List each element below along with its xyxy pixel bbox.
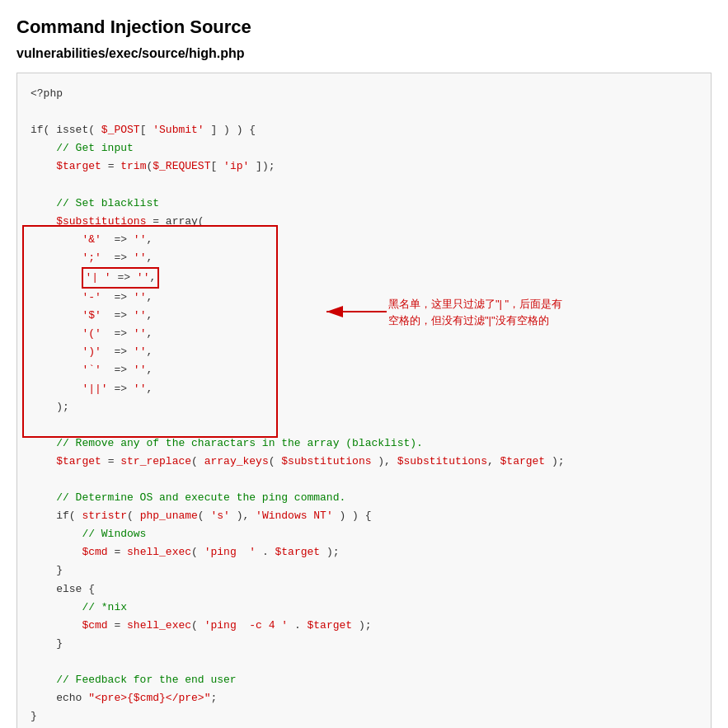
code-line-3: if( isset( $_POST[ 'Submit' ] ) ) { bbox=[31, 121, 697, 139]
code-line-comment-remove: // Remove any of the charactars in the a… bbox=[31, 434, 697, 453]
code-line-echo: echo "<pre>{$cmd}</pre>"; bbox=[31, 689, 697, 707]
code-line-shell-exec-nix: $cmd = shell_exec( 'ping -c 4 ' . $targe… bbox=[31, 617, 697, 635]
code-line-closebrace1: } bbox=[31, 561, 697, 580]
code-line-4: // Get input bbox=[31, 139, 697, 157]
code-line-closebrace3: } bbox=[31, 707, 697, 726]
code-line-blank1 bbox=[31, 103, 697, 121]
annotation-text: 黑名单，这里只过滤了"| "，后面是有空格的，但没有过滤"|"没有空格的 bbox=[388, 296, 570, 328]
code-line-semi: ';' => '', bbox=[31, 249, 697, 267]
code-line-subst: $substitutions = array( bbox=[31, 213, 697, 231]
code-line-blank5 bbox=[31, 653, 697, 671]
code-line-blank3 bbox=[31, 416, 697, 434]
code-line-pipepipe: '||' => '', bbox=[31, 380, 697, 398]
code-line-backtick: '`' => '', bbox=[31, 361, 697, 379]
code-line-rparen: ')' => '', bbox=[31, 343, 697, 361]
code-line-else: else { bbox=[31, 580, 697, 599]
pipe-highlight: '| ' => '', bbox=[82, 267, 159, 289]
code-line-blank2 bbox=[31, 176, 697, 194]
code-line-closebrace2: } bbox=[31, 635, 697, 653]
annotation-arrow-icon bbox=[322, 299, 388, 324]
code-line-comment-os: // Determine OS and execute the ping com… bbox=[31, 489, 697, 507]
code-area: <?php if( isset( $_POST[ 'Submit' ] ) ) … bbox=[16, 73, 712, 728]
code-line-stristr: if( stristr( php_uname( 's' ), 'Windows … bbox=[31, 507, 697, 525]
code-line-shell-exec-win: $cmd = shell_exec( 'ping ' . $target ); bbox=[31, 543, 697, 561]
code-wrapper: <?php if( isset( $_POST[ 'Submit' ] ) ) … bbox=[16, 73, 712, 728]
code-line-str-replace: $target = str_replace( array_keys( $subs… bbox=[31, 453, 697, 471]
annotation-container: 黑名单，这里只过滤了"| "，后面是有空格的，但没有过滤"|"没有空格的 bbox=[322, 296, 570, 328]
code-line-amp: '&' => '', bbox=[31, 231, 697, 249]
code-line-comment-blacklist: // Set blacklist bbox=[31, 195, 697, 213]
code-line-comment-feedback: // Feedback for the end user bbox=[31, 671, 697, 689]
code-line-1: <?php bbox=[31, 85, 697, 103]
code-line-comment-windows: // Windows bbox=[31, 525, 697, 543]
code-line-blank4 bbox=[31, 471, 697, 489]
code-line-comment-nix: // *nix bbox=[31, 599, 697, 617]
filepath: vulnerabilities/exec/source/high.php bbox=[16, 46, 712, 61]
code-line-pipe: '| ' => '', bbox=[31, 267, 697, 289]
code-line-closeparen: ); bbox=[31, 398, 697, 416]
page-title: Command Injection Source bbox=[16, 16, 712, 38]
code-line-5: $target = trim($_REQUEST[ 'ip' ]); bbox=[31, 157, 697, 176]
